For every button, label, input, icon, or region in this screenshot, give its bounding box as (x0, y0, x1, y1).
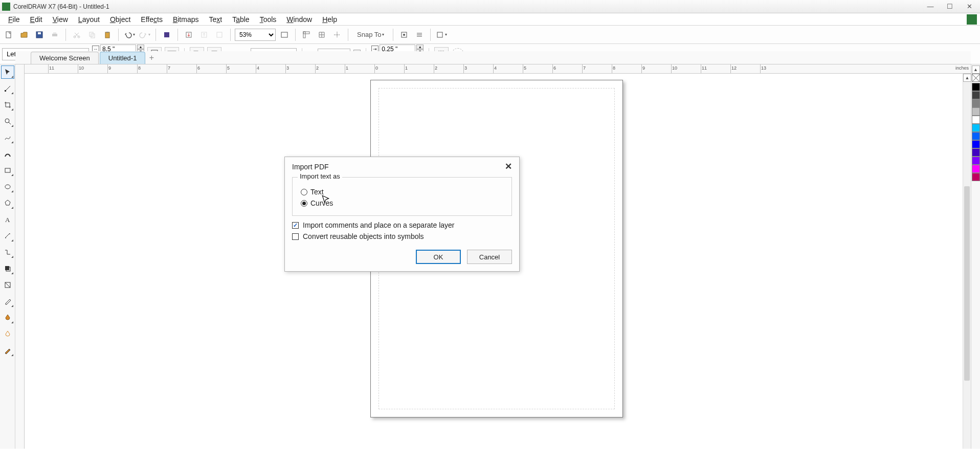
save-icon[interactable] (33, 28, 46, 41)
crop-tool[interactable] (1, 98, 14, 112)
menu-effects[interactable]: Effects (136, 14, 168, 25)
transparency-tool[interactable] (1, 278, 14, 292)
color-swatch[interactable] (972, 140, 980, 148)
svg-rect-15 (281, 32, 287, 37)
zoom-select[interactable]: 53% (235, 29, 276, 41)
new-tab-button[interactable]: + (146, 53, 157, 63)
cancel-button[interactable]: Cancel (467, 250, 512, 264)
publish-pdf-icon[interactable] (213, 28, 226, 41)
tab-welcome-screen[interactable]: Welcome Screen (31, 52, 99, 64)
width-up[interactable]: ▲ (137, 45, 144, 49)
polygon-tool[interactable] (1, 196, 14, 210)
menu-table[interactable]: Table (227, 14, 254, 25)
menu-layout[interactable]: Layout (73, 14, 105, 25)
radio-text[interactable] (301, 189, 307, 195)
dup-x-up[interactable]: ▲ (416, 45, 424, 49)
connector-tool[interactable] (1, 246, 14, 259)
show-guidelines-icon[interactable] (330, 28, 344, 41)
palette-up-icon[interactable]: ▲ (972, 65, 980, 74)
radio-curves[interactable] (301, 200, 307, 207)
vertical-scrollbar[interactable]: ▲ (963, 74, 971, 449)
svg-point-28 (5, 119, 9, 123)
copy-icon[interactable] (85, 28, 99, 41)
svg-rect-10 (106, 32, 108, 33)
options-icon[interactable] (397, 28, 411, 41)
no-color-swatch[interactable] (972, 74, 980, 82)
menu-edit[interactable]: Edit (25, 14, 48, 25)
color-swatch[interactable] (972, 91, 980, 99)
shape-tool[interactable] (1, 82, 14, 95)
pick-tool[interactable] (1, 65, 14, 79)
menu-help[interactable]: Help (317, 14, 342, 25)
svg-rect-32 (5, 266, 9, 270)
freehand-tool[interactable] (1, 131, 14, 144)
menu-object[interactable]: Object (105, 14, 136, 25)
snap-to-dropdown[interactable]: Snap To (352, 28, 389, 41)
convert-symbols-row[interactable]: Convert reusable objects into symbols (292, 232, 512, 240)
radio-text-row[interactable]: Text (301, 188, 503, 196)
ok-button[interactable]: OK (416, 250, 461, 264)
import-icon[interactable] (182, 28, 195, 41)
close-window-button[interactable]: ✕ (963, 2, 976, 11)
undo-icon[interactable] (123, 28, 136, 41)
checkbox-import-comments[interactable]: ✓ (292, 222, 299, 229)
color-swatch[interactable] (972, 99, 980, 107)
standard-toolbar: 53% Snap To (0, 26, 980, 44)
menu-window[interactable]: Window (281, 14, 317, 25)
import-comments-row[interactable]: ✓ Import comments and place on a separat… (292, 221, 512, 229)
artistic-media-tool[interactable] (1, 147, 14, 161)
radio-curves-row[interactable]: Curves (301, 199, 503, 207)
export-icon[interactable] (197, 28, 211, 41)
ellipse-tool[interactable] (1, 180, 14, 193)
drop-shadow-tool[interactable] (1, 262, 14, 275)
color-eyedropper-tool[interactable] (1, 295, 14, 308)
scroll-up-icon[interactable]: ▲ (963, 74, 971, 82)
horizontal-ruler[interactable]: inches 1110987654321012345678910111213 (25, 64, 971, 74)
new-doc-icon[interactable] (2, 28, 15, 41)
color-swatch[interactable] (972, 107, 980, 116)
svg-rect-27 (5, 90, 6, 92)
docker-options-icon[interactable] (435, 28, 448, 41)
minimize-button[interactable]: — (924, 2, 937, 11)
maximize-button[interactable]: ☐ (943, 2, 956, 11)
scroll-thumb[interactable] (964, 186, 970, 381)
menu-text[interactable]: Text (204, 14, 227, 25)
rectangle-tool[interactable] (1, 164, 14, 177)
dialog-close-button[interactable]: ✕ (503, 161, 514, 172)
app-launcher-icon[interactable] (413, 28, 426, 41)
search-content-icon[interactable] (160, 28, 173, 41)
color-swatch[interactable] (972, 124, 980, 132)
parallel-dimension-tool[interactable] (1, 229, 14, 243)
outline-pen-tool[interactable] (1, 344, 14, 357)
menu-file[interactable]: File (3, 14, 25, 25)
color-swatch[interactable] (972, 116, 980, 124)
redo-icon[interactable] (138, 28, 151, 41)
full-screen-preview-icon[interactable] (278, 28, 291, 41)
menu-tools[interactable]: Tools (255, 14, 282, 25)
paste-icon[interactable] (101, 28, 114, 41)
color-swatch[interactable] (972, 83, 980, 91)
svg-rect-14 (217, 32, 222, 37)
document-tabs: Welcome Screen Untitled-1 + (15, 51, 971, 64)
color-swatch[interactable] (972, 148, 980, 157)
text-tool[interactable]: A (1, 213, 14, 226)
svg-rect-11 (164, 32, 169, 37)
color-swatch[interactable] (972, 173, 980, 181)
tab-untitled-1[interactable]: Untitled-1 (100, 52, 146, 64)
svg-rect-16 (303, 32, 309, 34)
color-swatch[interactable] (972, 132, 980, 140)
cut-icon[interactable] (70, 28, 83, 41)
show-rulers-icon[interactable] (300, 28, 313, 41)
vertical-ruler[interactable] (15, 64, 25, 449)
zoom-tool[interactable] (1, 115, 14, 128)
color-swatch[interactable] (972, 157, 980, 165)
smart-fill-tool[interactable] (1, 327, 14, 341)
show-grid-icon[interactable] (315, 28, 328, 41)
color-swatch[interactable] (972, 165, 980, 173)
open-icon[interactable] (17, 28, 31, 41)
menu-view[interactable]: View (48, 14, 73, 25)
print-icon[interactable] (48, 28, 61, 41)
checkbox-convert-symbols[interactable] (292, 233, 299, 240)
menu-bitmaps[interactable]: Bitmaps (168, 14, 204, 25)
interactive-fill-tool[interactable] (1, 311, 14, 324)
